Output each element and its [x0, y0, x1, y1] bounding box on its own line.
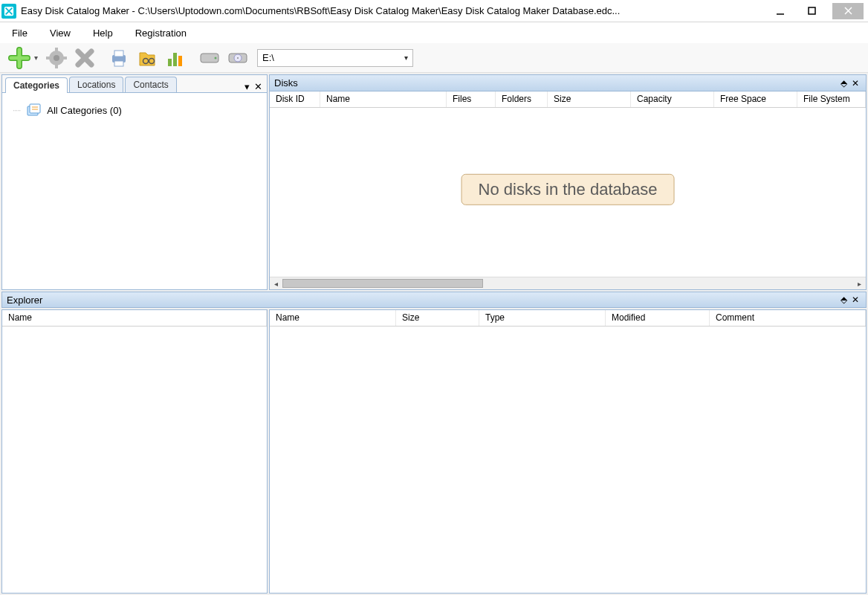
menubar: File View Help Registration: [0, 22, 868, 43]
explorer-panel-title: Explorer: [7, 295, 838, 306]
disks-column-headers: Disk ID Name Files Folders Size Capacity…: [270, 91, 866, 108]
explorer-close-icon[interactable]: ✕: [849, 295, 861, 305]
col-size[interactable]: Size: [548, 91, 631, 107]
svg-rect-6: [55, 64, 58, 68]
toolbar: ▾ E:\ ▾: [0, 43, 868, 73]
tree-expander: ·····: [13, 106, 20, 115]
svg-rect-5: [55, 48, 58, 52]
explorer-left-col-name[interactable]: Name: [2, 310, 267, 326]
maximize-button[interactable]: [801, 3, 822, 19]
window-titlebar: Easy Disk Catalog Maker - C:\Users\Uptod…: [0, 0, 868, 22]
svg-rect-10: [114, 51, 123, 57]
tree-root-node[interactable]: ····· All Categories (0): [8, 100, 261, 120]
menu-file[interactable]: File: [9, 25, 30, 42]
explorer-col-comment[interactable]: Comment: [710, 310, 866, 326]
svg-rect-17: [178, 56, 182, 66]
tab-locations[interactable]: Locations: [69, 77, 123, 92]
svg-rect-7: [46, 57, 51, 60]
drive-selector[interactable]: E:\ ▾: [257, 49, 413, 67]
tab-contacts[interactable]: Contacts: [125, 77, 176, 92]
disks-hscrollbar[interactable]: ◂ ▸: [270, 277, 866, 289]
drive-selector-value: E:\: [262, 52, 274, 63]
explorer-tree-panel: Name: [1, 309, 268, 594]
minimize-button[interactable]: [770, 3, 791, 19]
explorer-col-modified[interactable]: Modified: [606, 310, 710, 326]
scroll-thumb[interactable]: [282, 279, 483, 288]
svg-rect-11: [114, 61, 123, 66]
hdd-button[interactable]: [196, 45, 223, 71]
chevron-down-icon: ▾: [404, 54, 408, 62]
disks-body: No disks in the database: [270, 108, 866, 277]
tabs-menu-arrow[interactable]: ▾: [244, 81, 250, 92]
explorer-list-panel: Name Size Type Modified Comment: [269, 309, 867, 594]
col-free-space[interactable]: Free Space: [714, 91, 797, 107]
menu-registration[interactable]: Registration: [132, 25, 190, 42]
scroll-right-arrow[interactable]: ▸: [853, 280, 866, 288]
col-folders[interactable]: Folders: [496, 91, 548, 107]
explorer-col-name[interactable]: Name: [270, 310, 396, 326]
disks-panel-title: Disks: [274, 77, 838, 89]
tab-categories[interactable]: Categories: [5, 77, 68, 93]
menu-help[interactable]: Help: [90, 25, 116, 42]
search-button[interactable]: [134, 45, 161, 71]
print-button[interactable]: [106, 45, 132, 71]
svg-rect-2: [809, 7, 815, 14]
svg-rect-15: [168, 59, 172, 66]
tree-root-label: All Categories (0): [47, 105, 121, 116]
close-button[interactable]: [832, 3, 864, 19]
explorer-tree-body: [2, 327, 267, 593]
svg-point-19: [215, 57, 217, 59]
col-disk-id[interactable]: Disk ID: [270, 91, 320, 107]
col-files[interactable]: Files: [447, 91, 496, 107]
categories-icon: [26, 102, 42, 118]
tabs-close-icon[interactable]: ✕: [254, 81, 262, 92]
add-button[interactable]: [6, 45, 33, 71]
explorer-list-body: [270, 327, 866, 593]
svg-rect-8: [62, 57, 67, 60]
disc-button[interactable]: [224, 45, 251, 71]
svg-rect-24: [30, 104, 40, 113]
window-title: Easy Disk Catalog Maker - C:\Users\Uptod…: [21, 5, 770, 16]
disks-close-icon[interactable]: ✕: [849, 78, 861, 89]
category-tree: ····· All Categories (0): [2, 93, 267, 289]
col-file-system[interactable]: File System: [797, 91, 866, 107]
menu-view[interactable]: View: [47, 25, 74, 42]
explorer-pin-icon[interactable]: ⬘: [838, 295, 849, 305]
scroll-left-arrow[interactable]: ◂: [270, 280, 282, 288]
stats-button[interactable]: [162, 45, 189, 71]
app-icon: [1, 4, 16, 19]
svg-point-4: [54, 55, 59, 61]
svg-point-22: [237, 57, 239, 59]
col-name[interactable]: Name: [320, 91, 447, 107]
empty-disks-message: No disks in the database: [461, 173, 675, 205]
explorer-col-type[interactable]: Type: [479, 310, 606, 326]
explorer-col-size[interactable]: Size: [396, 310, 479, 326]
explorer-panel-header: Explorer ⬘ ✕: [1, 292, 867, 308]
categories-panel: Categories Locations Contacts ▾ ✕ ····· …: [1, 74, 268, 290]
pin-icon[interactable]: ⬘: [838, 78, 849, 89]
delete-button[interactable]: [71, 45, 98, 71]
col-capacity[interactable]: Capacity: [631, 91, 714, 107]
add-dropdown-arrow[interactable]: ▾: [34, 54, 42, 62]
disks-panel: Disks ⬘ ✕ Disk ID Name Files Folders Siz…: [269, 74, 867, 290]
settings-button[interactable]: [43, 45, 70, 71]
svg-rect-16: [173, 53, 177, 66]
